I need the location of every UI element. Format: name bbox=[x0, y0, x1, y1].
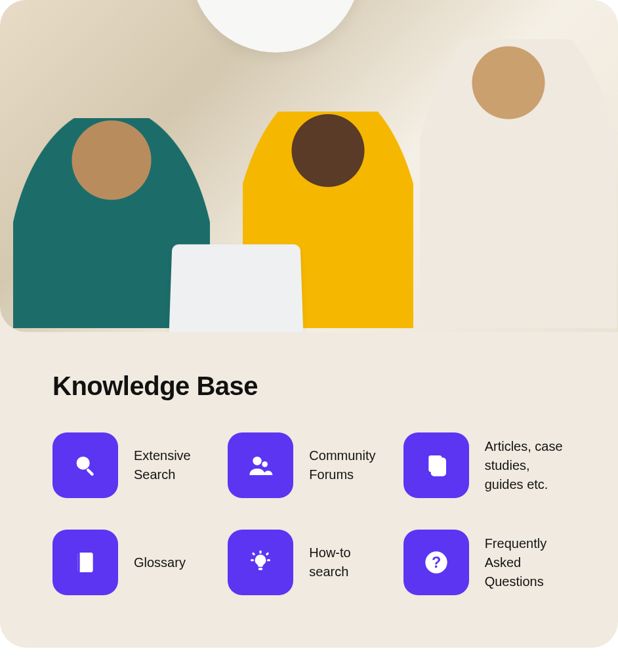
section-title: Knowledge Base bbox=[52, 371, 566, 401]
svg-rect-7 bbox=[432, 459, 445, 475]
search-icon bbox=[52, 432, 118, 498]
feature-label: Community Forums bbox=[309, 446, 390, 484]
feature-how-to-search[interactable]: How-to search bbox=[228, 530, 390, 595]
feature-label: Frequently Asked Questions bbox=[485, 534, 566, 591]
svg-rect-14 bbox=[267, 559, 270, 561]
svg-point-2 bbox=[253, 457, 262, 465]
content-area: Knowledge Base Extensive Search Communit… bbox=[0, 332, 618, 648]
documents-icon bbox=[403, 432, 469, 498]
feature-grid: Extensive Search Community Forums Articl… bbox=[52, 432, 566, 595]
people-icon bbox=[228, 432, 293, 498]
feature-extensive-search[interactable]: Extensive Search bbox=[52, 432, 215, 498]
feature-faq[interactable]: ? Frequently Asked Questions bbox=[403, 530, 566, 595]
feature-glossary[interactable]: Glossary bbox=[52, 530, 215, 595]
svg-rect-13 bbox=[251, 559, 254, 561]
book-icon bbox=[52, 530, 118, 595]
hero-image bbox=[0, 0, 618, 332]
svg-point-0 bbox=[77, 457, 90, 470]
svg-rect-12 bbox=[260, 551, 262, 554]
question-icon: ? bbox=[403, 530, 469, 595]
svg-rect-15 bbox=[252, 552, 256, 556]
svg-text:?: ? bbox=[432, 554, 441, 571]
feature-label: How-to search bbox=[309, 543, 390, 581]
feature-community-forums[interactable]: Community Forums bbox=[228, 432, 390, 498]
feature-articles[interactable]: Articles, case studies, guides etc. bbox=[403, 432, 566, 498]
svg-rect-16 bbox=[266, 552, 270, 556]
feature-label: Glossary bbox=[134, 553, 186, 572]
lightbulb-icon bbox=[228, 530, 293, 595]
svg-rect-10 bbox=[80, 553, 82, 572]
svg-rect-1 bbox=[86, 468, 94, 476]
knowledge-base-card: Knowledge Base Extensive Search Communit… bbox=[0, 0, 618, 648]
svg-point-3 bbox=[262, 461, 268, 467]
feature-label: Articles, case studies, guides etc. bbox=[485, 437, 566, 494]
feature-label: Extensive Search bbox=[134, 446, 215, 484]
svg-rect-11 bbox=[258, 568, 263, 570]
